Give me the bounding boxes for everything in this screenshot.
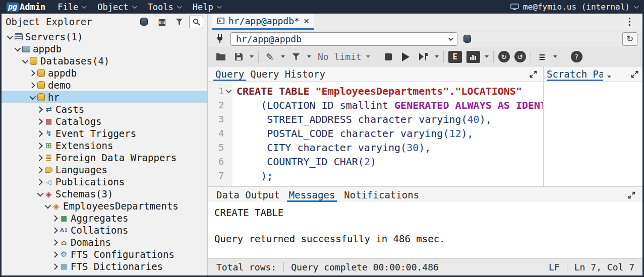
execute-button[interactable] xyxy=(399,50,413,63)
tab-scratch-pad[interactable]: Scratch Pad xyxy=(547,68,603,81)
code-line[interactable]: COUNTRY_ID CHAR(2) xyxy=(237,155,543,169)
commit-button[interactable]: ↻ xyxy=(498,51,510,62)
menu-help[interactable]: Help xyxy=(193,2,220,12)
code-line[interactable]: CREATE TABLE "EmployeesDepartments"."LOC… xyxy=(237,84,543,98)
expander-right-icon[interactable] xyxy=(36,168,43,172)
add-server-button[interactable] xyxy=(138,16,152,28)
fold-chevron-icon[interactable] xyxy=(224,89,231,93)
open-file-button[interactable] xyxy=(214,50,227,63)
explain-button[interactable]: E xyxy=(448,51,462,63)
tree-item-publications[interactable]: Publications xyxy=(2,176,207,188)
save-options-dropdown[interactable] xyxy=(250,55,254,58)
edit-options-dropdown[interactable] xyxy=(281,55,285,58)
rollback-button[interactable]: ↺ xyxy=(514,51,526,62)
tree-item-event-triggers[interactable]: Event Triggers xyxy=(2,127,207,140)
menu-tools[interactable]: Tools xyxy=(148,2,181,12)
macro-button[interactable]: ≡ xyxy=(536,50,549,63)
sql-code-area[interactable]: CREATE TABLE "EmployeesDepartments"."LOC… xyxy=(232,82,543,186)
tree-item-appdb[interactable]: appdb xyxy=(2,67,207,79)
help-button[interactable]: ? xyxy=(571,51,582,62)
execute-script-button[interactable] xyxy=(417,50,430,63)
stop-button[interactable] xyxy=(382,50,395,63)
tab-messages[interactable]: Messages xyxy=(287,188,337,202)
tree-item-catalogs[interactable]: Catalogs xyxy=(2,115,207,127)
edit-button[interactable]: ✎ xyxy=(263,50,276,63)
filter-options-dropdown[interactable] xyxy=(307,55,311,58)
filter-tree-button[interactable] xyxy=(172,16,186,28)
expander-right-icon[interactable] xyxy=(28,71,36,76)
connection-select[interactable]: hr/app@appdb xyxy=(230,32,457,46)
tab-query-history[interactable]: Query History xyxy=(248,67,327,81)
expander-right-icon[interactable] xyxy=(28,83,36,88)
panel-options-icon[interactable]: ⋮ xyxy=(625,16,638,30)
expander-down-icon[interactable] xyxy=(13,47,21,51)
reset-layout-button[interactable]: ↻ xyxy=(622,32,637,46)
tree-item-fts-configurations[interactable]: FTS Configurations xyxy=(2,248,207,260)
expander-right-icon[interactable] xyxy=(36,180,43,184)
tree-item-databases-4-[interactable]: Databases(4) xyxy=(2,55,207,67)
code-line[interactable]: STREET_ADDRESS character varying(40), xyxy=(237,112,543,126)
code-line[interactable]: ); xyxy=(237,169,543,183)
expander-right-icon[interactable] xyxy=(36,131,43,136)
expander-down-icon[interactable] xyxy=(28,95,36,100)
tree-item-fts-dictionaries[interactable]: FTS Dictionaries xyxy=(2,260,207,272)
code-line[interactable]: POSTAL_CODE character varying(12), xyxy=(237,126,543,141)
tree-item-foreign-data-wrappers[interactable]: Foreign Data Wrappers xyxy=(2,152,207,164)
expander-right-icon[interactable] xyxy=(36,107,43,112)
maximize-editor-button[interactable] xyxy=(529,71,538,81)
expander-down-icon[interactable] xyxy=(21,59,28,63)
tree-item-hr[interactable]: hr xyxy=(2,91,207,103)
user-menu[interactable]: me@fymio.us (internal) xyxy=(510,2,637,12)
tree-item-schemas-3-[interactable]: Schemas(3) xyxy=(2,188,207,200)
tree-item-aggregates[interactable]: Aggregates xyxy=(2,212,207,224)
query-tool-tab[interactable]: hr/app@appdb* × xyxy=(212,14,314,30)
tree-item-appdb[interactable]: appdb xyxy=(2,43,207,55)
tree-item-domains[interactable]: Domains xyxy=(2,236,207,248)
sql-editor[interactable]: 1234567 CREATE TABLE "EmployeesDepartmen… xyxy=(208,82,543,186)
search-objects-button[interactable] xyxy=(189,16,203,28)
expander-right-icon[interactable] xyxy=(51,228,58,233)
scratch-pad-dropdown[interactable] xyxy=(607,76,611,78)
tab-data-output[interactable]: Data Output xyxy=(214,188,282,202)
cursor-position[interactable]: Ln 7, Col 7 xyxy=(574,262,634,272)
browser-grid-button[interactable]: ▦ xyxy=(155,16,169,28)
new-connection-button[interactable] xyxy=(461,32,475,46)
tree-item-employeesdepartments[interactable]: EmployeesDepartments xyxy=(2,200,207,212)
tab-query[interactable]: Query xyxy=(213,67,246,81)
maximize-scratch-button[interactable] xyxy=(630,71,639,81)
chevron-down-icon xyxy=(448,36,453,41)
save-file-button[interactable] xyxy=(232,50,245,63)
expander-right-icon[interactable] xyxy=(51,216,58,221)
tree-item-servers-1-[interactable]: Servers(1) xyxy=(2,31,207,43)
tree-item-casts[interactable]: Casts xyxy=(2,103,207,115)
tree-item-collations[interactable]: Collations xyxy=(2,224,207,236)
tree-item-demo[interactable]: demo xyxy=(2,79,207,91)
expander-right-icon[interactable] xyxy=(36,119,43,124)
explain-options-dropdown[interactable] xyxy=(485,55,489,58)
menu-object[interactable]: Object xyxy=(97,2,135,12)
execute-options-dropdown[interactable] xyxy=(435,55,439,58)
expander-right-icon[interactable] xyxy=(36,144,43,148)
expander-down-icon[interactable] xyxy=(6,35,13,39)
code-line[interactable]: CITY character varying(30), xyxy=(237,141,543,155)
expander-right-icon[interactable] xyxy=(51,252,58,257)
menu-file[interactable]: File xyxy=(57,2,85,12)
eol-indicator[interactable]: LF xyxy=(549,262,560,272)
expander-right-icon[interactable] xyxy=(51,264,58,269)
expander-down-icon[interactable] xyxy=(43,204,51,209)
close-tab-icon[interactable]: × xyxy=(304,16,309,26)
scratch-pad-body[interactable] xyxy=(544,82,642,186)
maximize-output-button[interactable] xyxy=(627,191,636,202)
code-line[interactable]: (LOCATION_ID smallint GENERATED ALWAYS A… xyxy=(237,98,543,112)
connection-status-button[interactable] xyxy=(213,32,226,46)
tree-item-extensions[interactable]: Extensions xyxy=(2,140,207,152)
expander-right-icon[interactable] xyxy=(36,156,43,160)
expander-right-icon[interactable] xyxy=(51,240,58,245)
macro-options-dropdown[interactable] xyxy=(553,55,557,58)
tab-notifications[interactable]: Notifications xyxy=(342,188,421,202)
expander-down-icon[interactable] xyxy=(36,192,43,196)
row-limit-dropdown[interactable]: No limit xyxy=(316,51,372,62)
explain-analyze-button[interactable] xyxy=(466,51,480,63)
filter-button[interactable] xyxy=(289,50,303,63)
tree-item-languages[interactable]: Languages xyxy=(2,164,207,176)
